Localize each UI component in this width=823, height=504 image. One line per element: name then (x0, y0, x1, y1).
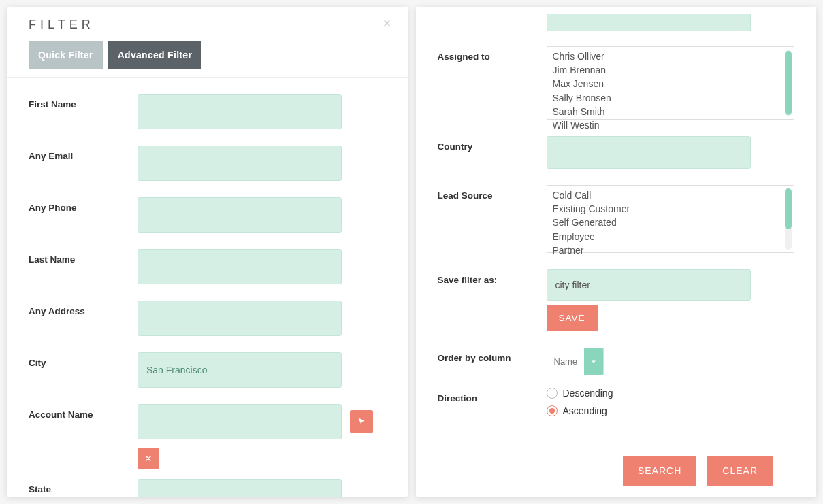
lead-source-option[interactable]: Employee (547, 230, 794, 243)
filter-panel-left: × FILTER Quick Filter Advanced Filter Fi… (7, 7, 408, 497)
label-direction: Direction (438, 388, 547, 403)
dropdown-caret-icon (584, 348, 603, 375)
radio-ascending[interactable]: Ascending (547, 405, 795, 416)
panel-header: FILTER Quick Filter Advanced Filter (7, 7, 408, 78)
assigned-option[interactable]: Sarah Smith (547, 105, 794, 118)
label-city: City (29, 352, 138, 368)
radio-label: Descending (563, 388, 613, 399)
tab-advanced-filter[interactable]: Advanced Filter (108, 41, 202, 69)
assigned-option[interactable]: Max Jensen (547, 77, 794, 90)
label-save-filter: Save filter as: (438, 269, 547, 285)
tab-quick-filter[interactable]: Quick Filter (29, 41, 103, 69)
lead-source-option[interactable]: Existing Customer (547, 202, 794, 216)
save-button[interactable]: SAVE (547, 305, 598, 331)
state-input[interactable] (138, 479, 342, 497)
lead-source-listbox[interactable]: Cold Call Existing Customer Self Generat… (547, 185, 795, 253)
account-clear-button[interactable] (138, 448, 159, 469)
close-icon[interactable]: × (383, 16, 391, 30)
city-input[interactable] (138, 352, 342, 388)
radio-dot-icon (549, 408, 555, 414)
filter-panel-right: Assigned to Chris Olliver Jim Brennan Ma… (416, 7, 817, 497)
assigned-option[interactable]: Chris Olliver (547, 50, 794, 63)
label-any-address: Any Address (29, 301, 138, 316)
form-body-left: First Name Any Email Any Phone Last Name… (7, 78, 408, 497)
clear-button[interactable]: CLEAR (707, 456, 773, 486)
label-assigned-to: Assigned to (438, 46, 547, 62)
account-picker-button[interactable] (350, 410, 373, 433)
tabs: Quick Filter Advanced Filter (29, 41, 386, 69)
any-email-input[interactable] (138, 146, 342, 181)
country-input[interactable] (547, 136, 751, 169)
lead-source-option[interactable]: Self Generated (547, 216, 794, 229)
label-any-email: Any Email (29, 146, 138, 161)
label-lead-source: Lead Source (438, 185, 547, 201)
radio-icon (547, 405, 558, 416)
any-address-input[interactable] (138, 301, 342, 336)
radio-icon (547, 388, 558, 399)
overflow-input-fragment[interactable] (547, 14, 751, 31)
action-bar: SEARCH CLEAR (438, 435, 795, 486)
lead-source-option[interactable]: Cold Call (547, 188, 794, 202)
label-last-name: Last Name (29, 249, 138, 265)
save-filter-input[interactable] (547, 269, 751, 301)
label-state: State (29, 479, 138, 494)
assigned-to-listbox[interactable]: Chris Olliver Jim Brennan Max Jensen Sal… (547, 46, 795, 120)
label-order-by: Order by column (438, 348, 547, 363)
any-phone-input[interactable] (138, 197, 342, 233)
label-first-name: First Name (29, 94, 138, 110)
order-by-dropdown[interactable]: Name (547, 348, 604, 375)
form-body-right: Assigned to Chris Olliver Jim Brennan Ma… (416, 46, 817, 497)
last-name-input[interactable] (138, 249, 342, 284)
assigned-option[interactable]: Jim Brennan (547, 63, 794, 77)
first-name-input[interactable] (138, 94, 342, 129)
search-button[interactable]: SEARCH (623, 456, 696, 486)
label-account-name: Account Name (29, 404, 138, 420)
overflow-area (416, 7, 817, 46)
assigned-option[interactable]: Will Westin (547, 118, 794, 132)
radio-label: Ascending (563, 405, 607, 416)
label-any-phone: Any Phone (29, 197, 138, 213)
radio-descending[interactable]: Descending (547, 388, 795, 399)
assigned-option[interactable]: Sally Bronsen (547, 91, 794, 105)
label-country: Country (438, 136, 547, 152)
cursor-icon (357, 417, 366, 426)
scrollbar-thumb[interactable] (785, 188, 792, 229)
panel-title: FILTER (29, 18, 386, 32)
lead-source-option[interactable]: Partner (547, 243, 794, 257)
account-name-input[interactable] (138, 404, 342, 439)
order-by-value: Name (547, 348, 585, 375)
x-icon (144, 454, 152, 463)
scrollbar-thumb[interactable] (785, 51, 792, 115)
